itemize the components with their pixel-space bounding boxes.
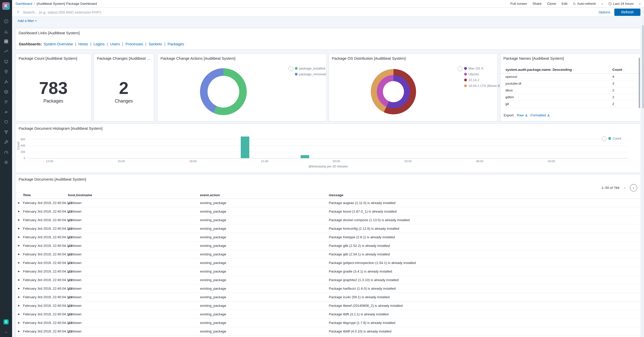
column-host-hostname[interactable]: host.hostname [68, 193, 92, 197]
expand-row-icon[interactable]: ▶ [18, 301, 20, 310]
expand-row-icon[interactable]: ▶ [18, 327, 20, 335]
expand-row-icon[interactable]: ▶ [18, 242, 20, 250]
sidebar-item-timelion[interactable] [0, 46, 12, 56]
names-scrollbar[interactable] [639, 58, 640, 108]
legend-toggle-icon[interactable]: › [602, 136, 607, 141]
os-legend-item[interactable]: 18.04.1 LTS (Bionic B... [464, 84, 503, 88]
sidebar-item-apm[interactable] [0, 107, 12, 117]
dashboard-link-packages[interactable]: Packages [168, 42, 184, 46]
expand-row-icon[interactable]: ▶ [18, 224, 20, 233]
histogram-bar[interactable] [241, 137, 249, 158]
add-filter-link[interactable]: Add a filter + [18, 19, 37, 23]
options-link[interactable]: Options [598, 10, 610, 14]
export-raw-link[interactable]: Raw [517, 113, 528, 117]
dashboard-link-users[interactable]: Users [110, 42, 120, 46]
legend-toggle-icon[interactable]: › [458, 66, 463, 71]
share-button[interactable]: Share [533, 2, 542, 6]
export-formatted-link[interactable]: Formatted [531, 113, 550, 117]
package-os-distribution-donut[interactable] [371, 69, 416, 114]
sidebar-item-monitoring[interactable] [0, 147, 12, 157]
package-change-actions-donut[interactable] [200, 68, 247, 115]
expand-row-icon[interactable]: ▶ [18, 319, 20, 327]
expand-row-icon[interactable]: ▶ [18, 199, 20, 207]
search-input[interactable] [22, 10, 598, 15]
expand-row-icon[interactable]: ▶ [18, 336, 20, 337]
legend-toggle-icon[interactable]: › [288, 66, 293, 71]
package-name-cell[interactable]: dbus [505, 87, 513, 94]
next-page-button[interactable]: › [630, 184, 637, 191]
expand-row-icon[interactable]: ▶ [18, 216, 20, 224]
sidebar-item-maps[interactable] [0, 66, 12, 77]
time-forward-button[interactable]: › [639, 2, 640, 6]
kibana-logo[interactable]: K [2, 2, 10, 10]
expand-row-icon[interactable]: ▶ [18, 276, 20, 284]
expand-row-icon[interactable]: ▶ [18, 233, 20, 241]
expand-nav-icon[interactable]: → [4, 329, 8, 334]
time-back-button[interactable]: ‹ [601, 2, 603, 6]
donut-hole [383, 81, 404, 102]
gridline [28, 146, 629, 146]
os-legend-item[interactable]: 10.14.2 [464, 78, 503, 82]
expand-row-icon[interactable]: ▶ [18, 267, 20, 276]
cell-event-action: existing_package [200, 310, 226, 318]
expand-row-icon[interactable]: ▶ [18, 259, 20, 267]
dashboard-link-hosts[interactable]: Hosts [78, 42, 88, 46]
page-scrollbar[interactable] [642, 8, 644, 337]
expand-row-icon[interactable]: ▶ [18, 310, 20, 318]
time-picker-button[interactable]: Last 24 hours [608, 2, 634, 6]
expand-row-icon[interactable]: ▶ [18, 250, 20, 258]
package-name-cell[interactable]: openssl [505, 74, 517, 80]
histogram-bar[interactable] [301, 155, 309, 158]
sidebar-item-management[interactable] [0, 157, 12, 167]
column-message[interactable]: message [329, 193, 343, 197]
actions-legend-item[interactable]: package_installed [295, 66, 326, 70]
os-legend-item[interactable]: Mac OS X [464, 66, 503, 70]
query-prompt-icon: > [17, 10, 19, 14]
package-name-cell[interactable]: youtube-dl [505, 80, 521, 87]
clone-button[interactable]: Clone [547, 2, 556, 6]
package-name-cell[interactable]: gdbm [505, 94, 514, 100]
space-avatar[interactable]: D [4, 319, 9, 324]
sidebar-item-graph[interactable] [0, 127, 12, 137]
cell-event-action: existing_package [200, 319, 226, 327]
clock-icon [608, 2, 612, 6]
sidebar-item-uptime[interactable] [0, 117, 12, 127]
column-event-action[interactable]: event.action [200, 193, 220, 197]
sidebar-item-dev-tools[interactable] [0, 137, 12, 147]
sidebar-item-visualize[interactable] [0, 26, 12, 36]
column-package-name[interactable]: system.audit.package.name: Descending↕ [505, 68, 574, 72]
page-scrollbar-thumb[interactable] [642, 25, 644, 108]
dashboard-link-logins[interactable]: Logins [94, 42, 105, 46]
sidebar-item-dashboard[interactable] [0, 36, 12, 46]
sidebar-item-infrastructure[interactable] [0, 87, 12, 97]
expand-row-icon[interactable]: ▶ [18, 293, 20, 301]
link-separator: | [107, 42, 108, 46]
package-name-cell[interactable]: git [505, 101, 509, 107]
expand-row-icon[interactable]: ▶ [18, 207, 20, 216]
sidebar-item-logs[interactable] [0, 97, 12, 107]
breadcrumb: Dashboard / [Auditbeat System] Package D… [16, 2, 97, 6]
edit-button[interactable]: Edit [561, 2, 567, 6]
breadcrumb-dashboard-link[interactable]: Dashboard [16, 2, 32, 6]
histogram-legend-item[interactable]: Count [608, 137, 621, 140]
actions-legend-item[interactable]: package_removed [295, 72, 326, 76]
expand-row-icon[interactable]: ▶ [18, 284, 20, 293]
sidebar-item-machine-learning[interactable] [0, 77, 12, 87]
names-table-body: openssl4youtube-dl3dbus2gdbm2git2 [500, 74, 641, 108]
table-row: ▶February 3rd 2019, 22:40:04.121yorktown… [16, 224, 641, 233]
sidebar-item-discover[interactable] [0, 16, 12, 26]
dashboard-link-sockets[interactable]: Sockets [149, 42, 162, 46]
auto-refresh-button[interactable]: ↻ Auto-refresh [573, 2, 596, 6]
sidebar-item-canvas[interactable] [0, 56, 12, 66]
os-legend-item[interactable]: Ubuntu [464, 72, 503, 76]
table-row: ▶February 3rd 2019, 22:40:04.121yorktown… [16, 319, 641, 327]
dashboard-link-system-overview[interactable]: System Overview [44, 42, 73, 46]
column-count[interactable]: Count↕ [612, 68, 624, 72]
cell-message: Package glib (2.54.1) is already install… [329, 250, 390, 258]
dashboard-links-row: Dashboards:System Overview|Hosts|Logins|… [19, 42, 184, 46]
previous-page-button[interactable]: ‹ [624, 185, 625, 190]
dashboard-link-processes[interactable]: Processes [126, 42, 143, 46]
refresh-button[interactable]: Refresh [614, 9, 640, 16]
table-row: ▶February 3rd 2019, 22:40:04.121yorktown… [16, 327, 641, 336]
full-screen-button[interactable]: Full screen [510, 2, 527, 6]
